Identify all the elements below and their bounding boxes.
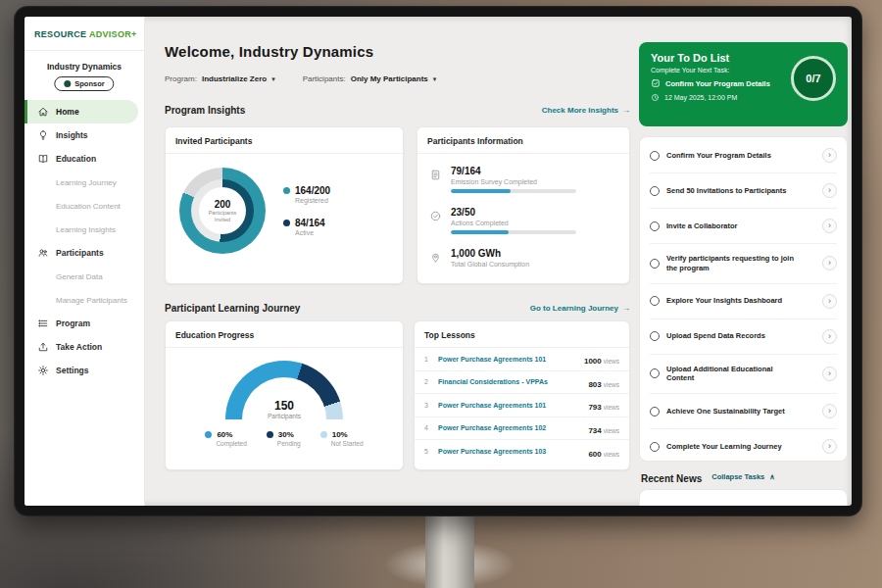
task-radio-icon[interactable] bbox=[650, 368, 660, 378]
info-label: Total Global Consumption bbox=[451, 261, 529, 268]
org-name: Industry Dynamics bbox=[24, 62, 144, 72]
task-label: Explore Your Insights Dashboard bbox=[666, 296, 815, 306]
sidebar-item-education-content[interactable]: Education Content bbox=[24, 194, 144, 218]
task-row-explore-insights[interactable]: Explore Your Insights Dashboard › bbox=[650, 284, 837, 319]
legend-label: Not Started bbox=[331, 440, 364, 447]
home-icon bbox=[37, 106, 49, 118]
todo-progress-badge: 0/7 bbox=[791, 56, 836, 101]
task-label: Achieve One Sustainability Target bbox=[666, 407, 815, 416]
legend-dot-navy bbox=[283, 220, 290, 226]
donut-legend: 164/200 Registered 84/164 Active bbox=[283, 185, 330, 236]
progress-fill bbox=[451, 189, 511, 193]
sidebar-item-general-data[interactable]: General Data bbox=[24, 265, 144, 288]
info-row-emission-survey: 79/164 Emission Survey Completed bbox=[429, 159, 617, 200]
book-icon bbox=[37, 153, 49, 165]
sidebar-item-manage-participants[interactable]: Manage Participants bbox=[24, 288, 144, 312]
task-row-upload-spend-data[interactable]: Upload Spend Data Records › bbox=[650, 319, 837, 355]
task-label: Upload Additional Educational Content bbox=[666, 365, 815, 384]
participants-filter[interactable]: Participants: Only My Participants ▾ bbox=[303, 74, 437, 83]
legend-value: 84/164 bbox=[295, 218, 325, 228]
sponsor-label: Sponsor bbox=[74, 79, 104, 88]
lesson-link[interactable]: Financial Considerations - VPPAs bbox=[438, 378, 582, 385]
task-label: Confirm Your Program Details bbox=[666, 151, 815, 161]
task-radio-icon[interactable] bbox=[650, 186, 660, 196]
task-row-confirm-program[interactable]: Confirm Your Program Details › bbox=[650, 138, 837, 173]
sidebar-item-program[interactable]: Program bbox=[24, 312, 144, 335]
program-filter[interactable]: Program: Industrialize Zero ▾ bbox=[165, 74, 275, 83]
lesson-rank: 3 bbox=[424, 402, 432, 409]
chevron-down-icon: ▾ bbox=[433, 75, 437, 83]
todo-progress-value: 0/7 bbox=[806, 73, 820, 84]
card-title: Education Progress bbox=[166, 321, 403, 348]
program-filter-value: Industrialize Zero bbox=[202, 74, 267, 83]
sponsor-badge[interactable]: Sponsor bbox=[54, 76, 114, 91]
chevron-right-icon[interactable]: › bbox=[822, 329, 837, 344]
filters-bar: Program: Industrialize Zero ▾ Participan… bbox=[165, 74, 436, 83]
check-more-insights-link[interactable]: Check More Insights → bbox=[542, 106, 630, 115]
task-row-complete-learning-journey[interactable]: Complete Your Learning Journey › bbox=[650, 429, 837, 464]
check-square-icon bbox=[651, 78, 661, 88]
legend-label: Registered bbox=[295, 197, 330, 204]
lesson-link[interactable]: Power Purchase Agreements 102 bbox=[438, 424, 582, 431]
chevron-down-icon: ▾ bbox=[271, 75, 275, 83]
lesson-link[interactable]: Power Purchase Agreements 101 bbox=[438, 356, 578, 363]
sidebar-item-participants[interactable]: Participants bbox=[24, 241, 144, 265]
legend-dot-pale bbox=[320, 431, 327, 438]
gear-icon bbox=[37, 365, 49, 376]
task-row-upload-educational-content[interactable]: Upload Additional Educational Content › bbox=[650, 355, 837, 395]
recent-news-title: Recent News bbox=[641, 473, 702, 484]
info-label: Actions Completed bbox=[451, 220, 576, 226]
task-row-invite-collaborator[interactable]: Invite a Collaborator › bbox=[650, 209, 837, 244]
sidebar-item-education[interactable]: Education bbox=[24, 147, 144, 171]
chevron-right-icon[interactable]: › bbox=[822, 367, 837, 381]
lesson-row: 3 Power Purchase Agreements 101 793views bbox=[415, 394, 629, 417]
task-radio-icon[interactable] bbox=[650, 407, 660, 416]
sidebar-item-home[interactable]: Home bbox=[24, 100, 138, 123]
chevron-right-icon[interactable]: › bbox=[822, 148, 837, 163]
lesson-rank: 2 bbox=[424, 378, 432, 385]
sidebar-item-settings[interactable]: Settings bbox=[24, 359, 144, 382]
chevron-right-icon[interactable]: › bbox=[822, 294, 837, 309]
lesson-views-label: views bbox=[604, 404, 619, 411]
section-title: Program Insights bbox=[165, 105, 245, 116]
sidebar-item-learning-journey[interactable]: Learning Journey bbox=[24, 171, 144, 194]
go-to-learning-journey-link[interactable]: Go to Learning Journey → bbox=[530, 304, 630, 313]
legend-item-pending: 30% Pending bbox=[267, 430, 301, 447]
task-row-sustainability-target[interactable]: Achieve One Sustainability Target › bbox=[650, 394, 837, 429]
legend-item-not-started: 10% Not Started bbox=[320, 430, 364, 447]
monitor-stand bbox=[425, 512, 474, 588]
task-radio-icon[interactable] bbox=[650, 296, 660, 306]
right-panel: Your To Do List Complete Your Next Task:… bbox=[639, 17, 848, 506]
link-label: Go to Learning Journey bbox=[530, 304, 618, 313]
todo-next-task[interactable]: Confirm Your Program Details bbox=[651, 78, 793, 88]
todo-task-list: Confirm Your Program Details › Send 50 I… bbox=[639, 136, 848, 462]
sidebar-item-learning-insights[interactable]: Learning Insights bbox=[24, 218, 144, 241]
lesson-link[interactable]: Power Purchase Agreements 101 bbox=[438, 402, 582, 409]
info-value: 23/50 bbox=[451, 207, 576, 218]
sidebar-item-insights[interactable]: Insights bbox=[24, 123, 144, 147]
sidebar: RESOURCE ADVISOR+ Industry Dynamics Spon… bbox=[24, 17, 145, 506]
task-radio-icon[interactable] bbox=[650, 259, 660, 269]
task-radio-icon[interactable] bbox=[650, 151, 660, 161]
lesson-views-label: views bbox=[604, 427, 619, 434]
nav-label: Education Content bbox=[56, 202, 121, 211]
task-row-send-invitations[interactable]: Send 50 Invitations to Participants › bbox=[650, 173, 837, 209]
chevron-right-icon[interactable]: › bbox=[822, 183, 837, 198]
legend-value: 164/200 bbox=[295, 185, 330, 196]
lesson-link[interactable]: Power Purchase Agreements 103 bbox=[438, 448, 582, 455]
info-row-actions-completed: 23/50 Actions Completed bbox=[429, 200, 617, 241]
chevron-right-icon[interactable]: › bbox=[822, 256, 837, 270]
chevron-right-icon[interactable]: › bbox=[822, 439, 837, 454]
task-radio-icon[interactable] bbox=[650, 442, 660, 452]
todo-summary-card: Your To Do List Complete Your Next Task:… bbox=[639, 42, 848, 126]
sidebar-item-take-action[interactable]: Take Action bbox=[24, 335, 144, 359]
legend-dot-navy bbox=[267, 431, 273, 438]
task-row-verify-participants[interactable]: Verify participants requesting to join t… bbox=[650, 244, 837, 284]
chevron-right-icon[interactable]: › bbox=[822, 219, 837, 233]
chevron-right-icon[interactable]: › bbox=[822, 404, 837, 418]
participants-information-card: Participants Information 79/164 Emission… bbox=[416, 126, 630, 284]
nav-label: Home bbox=[56, 107, 79, 117]
task-radio-icon[interactable] bbox=[650, 331, 660, 341]
app-window: RESOURCE ADVISOR+ Industry Dynamics Spon… bbox=[24, 17, 852, 506]
task-radio-icon[interactable] bbox=[650, 221, 660, 231]
